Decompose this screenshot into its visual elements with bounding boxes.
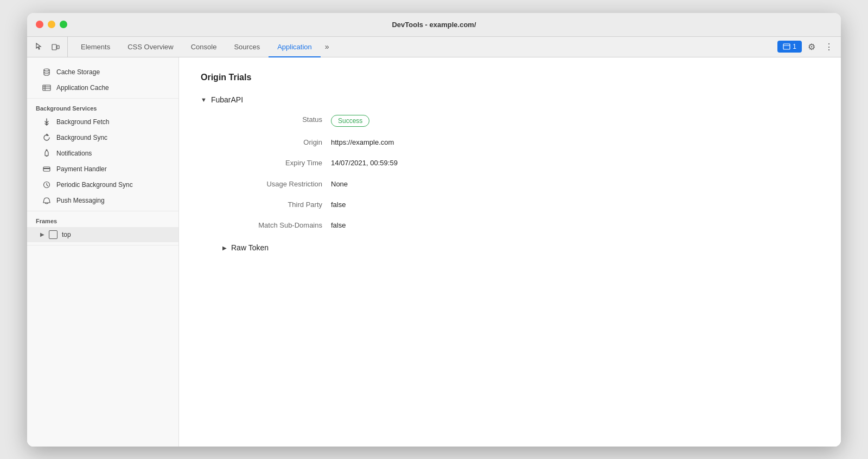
api-section: ▼ FubarAPI Status Success Origin htt bbox=[201, 95, 819, 253]
api-triangle: ▼ bbox=[201, 96, 207, 103]
payment-handler-icon bbox=[42, 165, 51, 173]
tab-more-button[interactable]: » bbox=[321, 37, 334, 57]
fields-grid: Status Success Origin https://example.co… bbox=[222, 115, 819, 231]
minimize-button[interactable] bbox=[48, 21, 55, 28]
usage-restriction-value: None bbox=[331, 179, 819, 189]
sidebar-item-periodic-background-sync[interactable]: Periodic Background Sync bbox=[29, 177, 176, 192]
tab-actions: 1 ⚙ ⋮ bbox=[777, 37, 837, 57]
raw-token-header[interactable]: ▶ Raw Token bbox=[222, 243, 819, 252]
cache-storage-icon bbox=[42, 68, 51, 76]
frames-section: Frames ▶ top bbox=[27, 211, 178, 245]
notifications-icon bbox=[42, 149, 51, 158]
background-sync-icon bbox=[42, 133, 51, 142]
device-toggle-button[interactable] bbox=[48, 39, 63, 54]
notification-badge-button[interactable]: 1 bbox=[777, 41, 802, 53]
usage-restriction-label: Usage Restriction bbox=[222, 179, 331, 189]
api-header[interactable]: ▼ FubarAPI bbox=[201, 95, 819, 104]
payment-handler-label: Payment Handler bbox=[56, 165, 107, 173]
main-content: Cache Storage Application Cache bbox=[27, 57, 841, 447]
origin-trials-title: Origin Trials bbox=[201, 73, 819, 82]
tab-console[interactable]: Console bbox=[182, 37, 226, 57]
frame-arrow: ▶ bbox=[40, 231, 44, 237]
background-fetch-label: Background Fetch bbox=[56, 118, 109, 126]
cache-storage-label: Cache Storage bbox=[56, 68, 100, 76]
push-messaging-icon bbox=[42, 196, 51, 205]
expiry-time-value: 14/07/2021, 00:59:59 bbox=[331, 158, 819, 168]
third-party-value: false bbox=[331, 200, 819, 210]
background-services-title: Background Services bbox=[27, 101, 178, 114]
origin-value: https://example.com bbox=[331, 138, 819, 147]
title-bar: DevTools - example.com/ bbox=[27, 13, 841, 37]
match-sub-domains-label: Match Sub-Domains bbox=[222, 221, 331, 230]
notifications-label: Notifications bbox=[56, 150, 92, 157]
svg-rect-1 bbox=[57, 46, 59, 49]
window-buttons bbox=[36, 21, 67, 28]
application-cache-icon bbox=[42, 83, 51, 92]
svg-rect-2 bbox=[783, 44, 790, 49]
frame-label: top bbox=[62, 231, 71, 238]
api-name: FubarAPI bbox=[211, 95, 243, 104]
sidebar-item-payment-handler[interactable]: Payment Handler bbox=[29, 161, 176, 177]
sidebar-item-background-fetch[interactable]: Background Fetch bbox=[29, 114, 176, 130]
background-fetch-icon bbox=[42, 118, 51, 126]
settings-button[interactable]: ⚙ bbox=[804, 39, 819, 54]
push-messaging-label: Push Messaging bbox=[56, 197, 105, 204]
sidebar-item-push-messaging[interactable]: Push Messaging bbox=[29, 193, 176, 208]
background-sync-label: Background Sync bbox=[56, 134, 107, 141]
tab-bar: Elements CSS Overview Console Sources Ap… bbox=[27, 37, 841, 57]
third-party-label: Third Party bbox=[222, 200, 331, 210]
sidebar-item-background-sync[interactable]: Background Sync bbox=[29, 130, 176, 145]
expiry-time-label: Expiry Time bbox=[222, 158, 331, 168]
frames-title: Frames bbox=[27, 214, 178, 227]
periodic-background-sync-label: Periodic Background Sync bbox=[56, 181, 133, 189]
sidebar-item-cache-storage[interactable]: Cache Storage bbox=[29, 64, 176, 80]
window-title: DevTools - example.com/ bbox=[392, 21, 476, 29]
svg-rect-0 bbox=[52, 44, 56, 50]
maximize-button[interactable] bbox=[60, 21, 67, 28]
sidebar: Cache Storage Application Cache bbox=[27, 57, 179, 447]
status-value: Success bbox=[331, 115, 819, 127]
periodic-background-sync-icon bbox=[42, 180, 51, 189]
close-button[interactable] bbox=[36, 21, 43, 28]
content-panel: Origin Trials ▼ FubarAPI Status Success bbox=[179, 57, 841, 447]
tabs-list: Elements CSS Overview Console Sources Ap… bbox=[72, 37, 334, 57]
tab-css-overview[interactable]: CSS Overview bbox=[119, 37, 182, 57]
devtools-window: DevTools - example.com/ Elements CSS Ove… bbox=[27, 13, 841, 447]
sidebar-item-application-cache[interactable]: Application Cache bbox=[29, 80, 176, 95]
raw-token-triangle: ▶ bbox=[222, 245, 227, 251]
inspect-tool-button[interactable] bbox=[31, 39, 47, 54]
more-options-button[interactable]: ⋮ bbox=[821, 39, 837, 54]
sidebar-item-top-frame[interactable]: ▶ top bbox=[27, 227, 178, 242]
tab-tools bbox=[31, 37, 68, 57]
application-cache-label: Application Cache bbox=[56, 84, 109, 92]
svg-rect-4 bbox=[43, 85, 50, 90]
origin-label: Origin bbox=[222, 138, 331, 147]
storage-section: Cache Storage Application Cache bbox=[27, 62, 178, 99]
tab-elements[interactable]: Elements bbox=[72, 37, 119, 57]
background-services-section: Background Services Background Fetch bbox=[27, 99, 178, 211]
raw-token-label: Raw Token bbox=[231, 243, 269, 252]
frame-icon bbox=[49, 230, 58, 239]
status-badge: Success bbox=[331, 115, 369, 127]
tab-application[interactable]: Application bbox=[269, 37, 321, 57]
tab-sources[interactable]: Sources bbox=[225, 37, 269, 57]
sidebar-item-notifications[interactable]: Notifications bbox=[29, 146, 176, 161]
status-label: Status bbox=[222, 115, 331, 127]
svg-point-3 bbox=[44, 69, 49, 71]
match-sub-domains-value: false bbox=[331, 221, 819, 230]
